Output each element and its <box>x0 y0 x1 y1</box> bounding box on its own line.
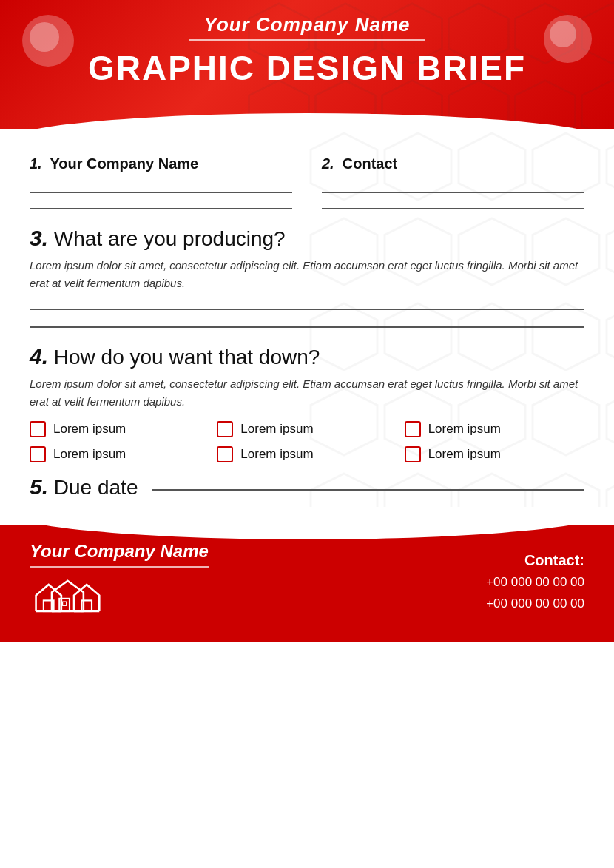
field1-label: 1. Your Company Name <box>30 155 292 172</box>
fields-row: 1. Your Company Name 2. Contact <box>30 155 584 209</box>
checkbox-label-3: Lorem ipsum <box>53 447 126 462</box>
checkbox-4[interactable] <box>217 446 233 462</box>
checkbox-grid: Lorem ipsum Lorem ipsum Lorem ipsum Lore… <box>30 421 584 462</box>
field1-num: 1. <box>30 155 42 172</box>
header-title: GRAPHIC DESIGN BRIEF <box>30 48 584 88</box>
footer-phone-1: +00 000 00 00 00 <box>486 572 584 593</box>
field2-text: Contact <box>343 155 397 172</box>
field2-line-2 <box>322 202 584 209</box>
section4-heading-text: How do you want that down? <box>54 346 320 369</box>
section3-num: 3. <box>30 226 48 250</box>
checkbox-item-3: Lorem ipsum <box>30 446 209 462</box>
svg-rect-4 <box>63 602 67 605</box>
footer-left: Your Company Name <box>30 541 209 625</box>
footer-phone-2: +00 000 00 00 00 <box>486 593 584 615</box>
house-icon <box>30 578 118 622</box>
field2-line-1 <box>322 186 584 193</box>
field1-line-1 <box>30 186 292 193</box>
footer-divider <box>30 566 209 568</box>
section4-desc: Lorem ipsum dolor sit amet, consectetur … <box>30 375 584 411</box>
checkbox-item-2: Lorem ipsum <box>405 421 584 437</box>
checkbox-1[interactable] <box>217 421 233 437</box>
section4-num: 4. <box>30 344 48 369</box>
header-divider <box>189 39 425 41</box>
footer-contact-label: Contact: <box>486 552 584 569</box>
page-footer: Your Company Name Contact: +00 000 00 00… <box>0 525 614 642</box>
checkbox-5[interactable] <box>405 446 421 462</box>
checkbox-label-4: Lorem ipsum <box>240 447 313 462</box>
checkbox-item-0: Lorem ipsum <box>30 421 209 437</box>
checkbox-0[interactable] <box>30 421 46 437</box>
footer-company-name: Your Company Name <box>30 541 209 562</box>
field1-line-2 <box>30 202 292 209</box>
checkbox-item-4: Lorem ipsum <box>217 446 397 462</box>
section5-num: 5. <box>30 474 48 499</box>
main-content: 1. Your Company Name 2. Contact 3. What … <box>0 129 614 507</box>
footer-right: Contact: +00 000 00 00 00 +00 000 00 00 … <box>486 552 584 615</box>
section5-label: 5. Due date <box>30 474 138 499</box>
field1-lines <box>30 186 292 209</box>
header-company-name: Your Company Name <box>30 13 584 36</box>
checkbox-item-5: Lorem ipsum <box>405 446 584 462</box>
section3-desc: Lorem ipsum dolor sit amet, consectetur … <box>30 257 584 292</box>
field2-num: 2. <box>322 155 334 172</box>
section3-heading: 3. What are you producing? <box>30 226 584 251</box>
checkbox-3[interactable] <box>30 446 46 462</box>
section3-line-2 <box>30 320 584 328</box>
field1-text: Your Company Name <box>50 155 198 172</box>
section4-heading: 4. How do you want that down? <box>30 344 584 369</box>
field-col-2: 2. Contact <box>322 155 584 209</box>
checkbox-label-2: Lorem ipsum <box>428 422 501 437</box>
checkbox-label-0: Lorem ipsum <box>53 422 126 437</box>
section5-heading-text: Due date <box>54 476 138 499</box>
checkbox-label-5: Lorem ipsum <box>428 447 501 462</box>
section3-answer-lines <box>30 303 584 328</box>
section3-heading-text: What are you producing? <box>54 227 286 250</box>
field-col-1: 1. Your Company Name <box>30 155 292 209</box>
section3-line-1 <box>30 303 584 310</box>
page-header: Your Company Name GRAPHIC DESIGN BRIEF <box>0 0 614 129</box>
checkbox-2[interactable] <box>405 421 421 437</box>
field2-label: 2. Contact <box>322 155 584 172</box>
checkbox-label-1: Lorem ipsum <box>240 422 313 437</box>
due-date-row: 5. Due date <box>30 474 584 499</box>
due-date-line <box>152 483 584 491</box>
field2-lines <box>322 186 584 209</box>
checkbox-item-1: Lorem ipsum <box>217 421 397 437</box>
